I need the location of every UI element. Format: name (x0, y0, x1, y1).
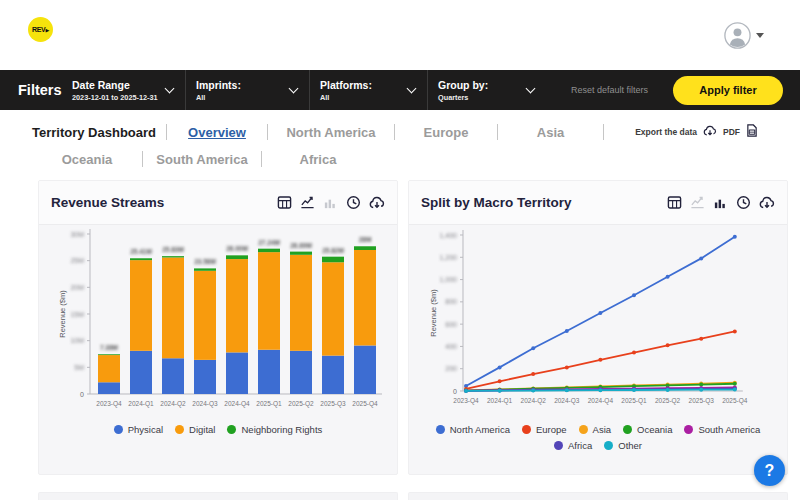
revenue-streams-title: Revenue Streams (51, 195, 164, 210)
legend-label: Oceania (637, 424, 672, 435)
next-card-left (38, 492, 398, 500)
legend-item-asia[interactable]: Asia (579, 424, 611, 435)
svg-text:Revenue ($m): Revenue ($m) (429, 289, 438, 337)
svg-text:600: 600 (445, 321, 457, 328)
legend-dot (604, 441, 613, 450)
svg-text:2025-Q1: 2025-Q1 (256, 400, 282, 408)
legend-item-other[interactable]: Other (604, 440, 642, 451)
svg-text:15M: 15M (70, 311, 84, 318)
download-cloud-icon[interactable] (703, 123, 717, 141)
svg-text:2025-Q2: 2025-Q2 (288, 400, 314, 408)
pdf-file-icon[interactable] (746, 123, 758, 141)
tab-south-america[interactable]: South America (143, 152, 261, 167)
filters-title: Filters (0, 70, 62, 110)
legend-label: North America (450, 424, 510, 435)
svg-text:2025-Q3: 2025-Q3 (320, 400, 346, 408)
time-history-icon[interactable] (346, 195, 361, 210)
reset-default-filters[interactable]: Reset default filters (546, 70, 673, 110)
legend-item-oceania[interactable]: Oceania (623, 424, 672, 435)
charts-row: Revenue Streams 05M10M15M20M25M30M2023-Q… (38, 180, 800, 475)
filter-platforms-label: Platforms: (320, 78, 372, 92)
legend-label: Asia (593, 424, 611, 435)
legend-label: Africa (568, 440, 592, 451)
legend-item-south-america[interactable]: South America (684, 424, 760, 435)
svg-text:800: 800 (445, 298, 457, 305)
svg-text:2025-Q1: 2025-Q1 (621, 397, 647, 405)
revenue-streams-body: 05M10M15M20M25M30M2023-Q42024-Q12024-Q22… (39, 225, 397, 435)
account-menu[interactable] (724, 22, 764, 49)
svg-text:25.82M: 25.82M (322, 247, 344, 254)
split-territory-header: Split by Macro Territory (409, 181, 787, 225)
tab-asia[interactable]: Asia (498, 125, 603, 140)
svg-text:2024-Q2: 2024-Q2 (160, 400, 186, 408)
filter-bar: Filters Date Range 2023-12-01 to 2025-12… (0, 70, 800, 110)
svg-text:2024-Q3: 2024-Q3 (554, 397, 580, 405)
svg-text:400: 400 (445, 343, 457, 350)
legend-item-africa[interactable]: Africa (554, 440, 592, 451)
svg-text:26.69M: 26.69M (290, 242, 312, 249)
chevron-down-icon (407, 83, 417, 93)
filter-platforms[interactable]: Platforms: All (310, 70, 428, 110)
avatar-icon (724, 22, 751, 49)
line-chart-view-icon[interactable] (690, 195, 705, 210)
revenue-streams-header: Revenue Streams (39, 181, 397, 225)
table-view-icon[interactable] (277, 195, 292, 210)
nav-separator (603, 124, 604, 140)
tab-territory-dashboard[interactable]: Territory Dashboard (32, 125, 156, 140)
svg-text:30M: 30M (70, 231, 84, 238)
chevron-down-icon (526, 83, 536, 93)
filter-platforms-value: All (320, 93, 372, 102)
svg-text:10M: 10M (70, 337, 84, 344)
filter-imprints[interactable]: Imprints: All (186, 70, 310, 110)
table-view-icon[interactable] (667, 195, 682, 210)
brand-logo[interactable]: REV▶ (28, 17, 53, 42)
legend-item-physical[interactable]: Physical (114, 424, 163, 435)
line-chart-view-icon[interactable] (300, 195, 315, 210)
time-history-icon[interactable] (736, 195, 751, 210)
tab-overview[interactable]: Overview (167, 125, 267, 140)
export-pdf-button[interactable]: PDF (723, 127, 740, 137)
bar-chart-view-icon[interactable] (713, 195, 728, 210)
svg-text:2025-Q4: 2025-Q4 (352, 400, 378, 408)
filter-group-by[interactable]: Group by: Quarters (428, 70, 546, 110)
tab-north-america[interactable]: North America (268, 125, 394, 140)
split-territory-body: 02004006008001,0001,2001,4002023-Q42024-… (409, 225, 787, 451)
svg-text:2024-Q1: 2024-Q1 (487, 397, 513, 405)
svg-text:27.24M: 27.24M (258, 239, 280, 246)
revenue-streams-chart: 05M10M15M20M25M30M2023-Q42024-Q12024-Q22… (39, 225, 397, 419)
tab-europe[interactable]: Europe (395, 125, 497, 140)
legend-label: Europe (536, 424, 567, 435)
chart-toolbar (667, 195, 775, 210)
filter-date-range[interactable]: Date Range 2023-12-01 to 2025-12-31 (62, 70, 186, 110)
tab-africa[interactable]: Africa (262, 152, 374, 167)
svg-text:0: 0 (453, 388, 457, 395)
svg-text:2023-Q4: 2023-Q4 (96, 400, 122, 408)
svg-text:28M: 28M (359, 236, 372, 243)
export-controls: Export the data PDF (635, 123, 758, 141)
svg-text:25.41M: 25.41M (130, 248, 152, 255)
legend-label: Digital (189, 424, 215, 435)
legend-dot (554, 441, 563, 450)
tab-oceania[interactable]: Oceania (32, 152, 142, 167)
svg-text:Revenue ($m): Revenue ($m) (58, 290, 67, 338)
legend-item-digital[interactable]: Digital (175, 424, 215, 435)
download-cloud-icon[interactable] (369, 196, 385, 210)
revenue-streams-legend: PhysicalDigitalNeighboring Rights (39, 424, 397, 435)
top-header: REV▶ (0, 0, 800, 70)
bar-chart-view-icon[interactable] (323, 195, 338, 210)
filter-date-range-value: 2023-12-01 to 2025-12-31 (72, 93, 158, 102)
legend-label: Neighboring Rights (241, 424, 322, 435)
svg-text:26.00M: 26.00M (226, 245, 248, 252)
download-cloud-icon[interactable] (759, 196, 775, 210)
legend-item-europe[interactable]: Europe (522, 424, 567, 435)
apply-filter-button[interactable]: Apply filter (673, 76, 783, 105)
export-data-button[interactable]: Export the data (635, 127, 697, 137)
legend-item-north-america[interactable]: North America (436, 424, 510, 435)
help-button[interactable]: ? (754, 455, 785, 486)
filter-date-range-label: Date Range (72, 78, 158, 92)
legend-dot (579, 425, 588, 434)
split-by-macro-territory-card: Split by Macro Territory 02004006008001,… (408, 180, 788, 475)
filter-group-by-value: Quarters (438, 93, 488, 102)
svg-text:2025-Q2: 2025-Q2 (655, 397, 681, 405)
legend-item-neighboring-rights[interactable]: Neighboring Rights (227, 424, 322, 435)
